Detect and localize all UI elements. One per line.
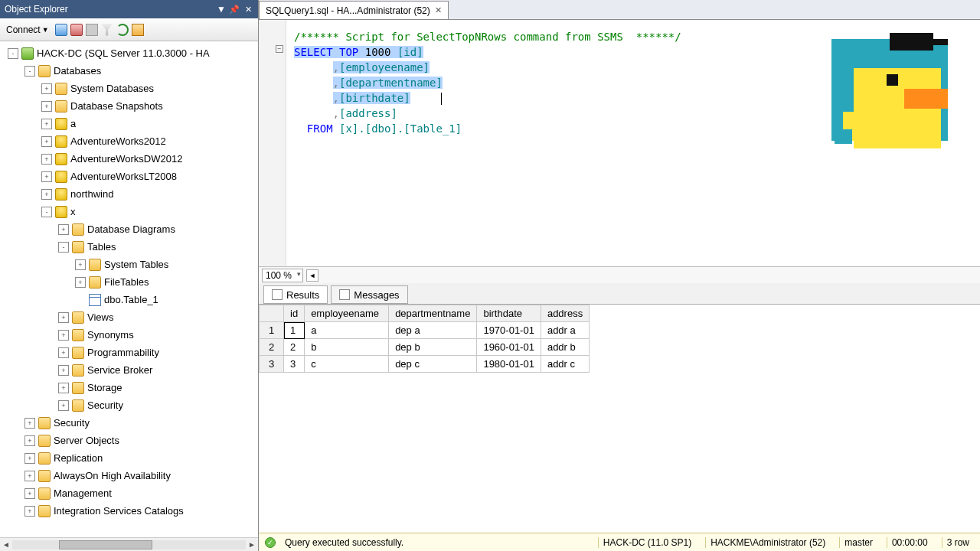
expand-icon[interactable]: + (58, 383, 69, 393)
tree-node[interactable]: dbo.Table_1 (0, 291, 258, 308)
expand-icon[interactable]: + (58, 312, 69, 323)
results-grid-container[interactable]: idemployeenamedepartmentnamebirthdateadd… (259, 305, 980, 533)
expand-icon[interactable]: + (58, 347, 69, 358)
collapse-icon[interactable]: - (58, 242, 69, 253)
collapse-icon[interactable]: - (8, 48, 18, 59)
column-header[interactable]: birthdate (477, 305, 541, 322)
expand-icon[interactable]: + (24, 435, 35, 446)
column-header[interactable]: address (541, 305, 589, 322)
dropdown-icon[interactable]: ▼ (217, 4, 226, 15)
tree-node[interactable]: +Replication (0, 449, 258, 467)
tree-node[interactable]: +Database Diagrams (0, 220, 258, 238)
sql-editor[interactable]: − /****** Script for SelectTopNRows comm… (259, 20, 980, 266)
collapse-icon[interactable]: - (24, 66, 35, 77)
grid-cell[interactable]: 1970-01-01 (477, 322, 541, 339)
scroll-left-icon[interactable]: ◄ (0, 540, 12, 549)
grid-cell[interactable]: a (305, 322, 389, 339)
expand-icon[interactable]: + (24, 488, 35, 499)
tree-node[interactable]: +Views (0, 308, 258, 326)
tree-node[interactable]: +System Databases (0, 80, 258, 97)
expand-icon[interactable]: + (41, 83, 52, 94)
messages-tab[interactable]: Messages (331, 285, 407, 304)
row-number[interactable]: 3 (260, 356, 284, 373)
tree-node[interactable]: +Management (0, 484, 258, 502)
close-icon[interactable]: ✕ (243, 4, 253, 15)
expand-icon[interactable]: + (58, 330, 69, 341)
tree-node[interactable]: +Storage (0, 379, 258, 396)
tree-node[interactable]: +Synonyms (0, 326, 258, 344)
grid-cell[interactable]: dep b (389, 339, 477, 356)
object-explorer-tree[interactable]: -HACK-DC (SQL Server 11.0.3000 - HA-Data… (0, 41, 258, 537)
tree-node[interactable]: +AdventureWorksDW2012 (0, 150, 258, 168)
table-row[interactable]: 11adep a1970-01-01addr a (260, 322, 590, 339)
scroll-right-icon[interactable]: ► (246, 540, 258, 549)
expand-icon[interactable]: + (41, 101, 52, 112)
scroll-left-nav-icon[interactable]: ◄ (306, 269, 318, 282)
column-header[interactable]: employeename (305, 305, 389, 322)
grid-cell[interactable]: 1960-01-01 (477, 339, 541, 356)
grid-cell[interactable]: addr c (541, 356, 589, 373)
row-number[interactable]: 1 (260, 322, 284, 339)
tree-node[interactable]: +AdventureWorksLT2008 (0, 168, 258, 185)
refresh-icon[interactable] (116, 24, 129, 36)
tree-node[interactable]: +Integration Services Catalogs (0, 502, 258, 520)
connect-button[interactable]: Connect ▼ (3, 23, 52, 37)
expand-icon[interactable]: + (24, 471, 35, 481)
table-row[interactable]: 22bdep b1960-01-01addr b (260, 339, 590, 356)
expand-icon[interactable]: + (24, 506, 35, 517)
tree-node[interactable]: +Database Snapshots (0, 97, 258, 115)
column-header[interactable]: departmentname (389, 305, 477, 322)
results-grid[interactable]: idemployeenamedepartmentnamebirthdateadd… (259, 305, 590, 373)
expand-icon[interactable]: + (41, 171, 52, 182)
expand-icon[interactable]: + (24, 418, 35, 429)
expand-icon[interactable]: + (24, 453, 35, 464)
horizontal-scrollbar[interactable]: ◄ ► (0, 537, 258, 551)
grid-cell[interactable]: c (305, 356, 389, 373)
tree-node[interactable]: +FileTables (0, 273, 258, 291)
grid-corner[interactable] (260, 305, 284, 322)
tree-node[interactable]: +Security (0, 396, 258, 414)
tree-node[interactable]: +a (0, 115, 258, 132)
tree-node[interactable]: -Tables (0, 238, 258, 256)
expand-icon[interactable]: + (41, 119, 52, 129)
expand-icon[interactable]: + (75, 259, 86, 270)
tree-node[interactable]: +AdventureWorks2012 (0, 132, 258, 150)
expand-icon[interactable]: + (41, 189, 52, 200)
grid-cell[interactable]: dep c (389, 356, 477, 373)
collapse-icon[interactable]: - (41, 207, 52, 217)
tree-node[interactable]: -Databases (0, 62, 258, 80)
tree-node[interactable]: +System Tables (0, 256, 258, 273)
connect-server-icon[interactable] (55, 24, 67, 36)
grid-cell[interactable]: dep a (389, 322, 477, 339)
pin-icon[interactable]: 📌 (229, 4, 240, 15)
results-tab[interactable]: Results (263, 285, 328, 304)
expand-icon[interactable]: + (58, 400, 69, 411)
table-row[interactable]: 33cdep c1980-01-01addr c (260, 356, 590, 373)
tree-node[interactable]: -x (0, 203, 258, 220)
query-tab[interactable]: SQLQuery1.sql - HA...Administrator (52) … (259, 1, 449, 19)
expand-icon[interactable]: + (75, 277, 86, 288)
grid-cell[interactable]: 2 (284, 339, 305, 356)
expand-icon[interactable]: + (41, 154, 52, 165)
tree-node[interactable]: +northwind (0, 185, 258, 203)
zoom-combo[interactable]: 100 % (262, 269, 303, 282)
tree-node[interactable]: +AlwaysOn High Availability (0, 467, 258, 484)
grid-cell[interactable]: addr a (541, 322, 589, 339)
tree-node[interactable]: +Service Broker (0, 361, 258, 379)
grid-cell[interactable]: addr b (541, 339, 589, 356)
filter-icon[interactable] (101, 24, 113, 36)
expand-icon[interactable]: + (58, 224, 69, 235)
tree-node[interactable]: +Programmability (0, 344, 258, 361)
disconnect-icon[interactable] (70, 24, 83, 36)
column-header[interactable]: id (284, 305, 305, 322)
tree-node[interactable]: +Server Objects (0, 432, 258, 449)
fold-icon[interactable]: − (276, 45, 283, 53)
grid-cell[interactable]: 1 (284, 322, 305, 339)
properties-icon[interactable] (132, 24, 144, 36)
row-number[interactable]: 2 (260, 339, 284, 356)
expand-icon[interactable]: + (41, 136, 52, 147)
grid-cell[interactable]: 1980-01-01 (477, 356, 541, 373)
close-tab-icon[interactable]: ✕ (435, 5, 442, 15)
grid-cell[interactable]: 3 (284, 356, 305, 373)
tree-node[interactable]: -HACK-DC (SQL Server 11.0.3000 - HA (0, 44, 258, 62)
